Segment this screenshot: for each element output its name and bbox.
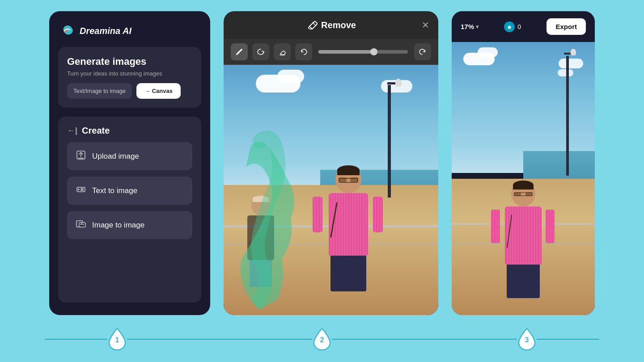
svg-rect-8 [79,223,85,227]
remove-title-wrap: Remove [306,18,356,32]
text-image-button[interactable]: Text/Image to image [67,83,132,99]
eraser-tool-button[interactable] [274,43,291,60]
panel-remove: Remove ✕ [224,11,438,315]
dreamina-logo-icon [61,24,75,38]
brush-tool-button[interactable] [231,43,248,60]
generate-buttons: Text/Image to image → Canvas [67,83,192,99]
main-container: Dreamina AI Generate images Turn your id… [0,0,644,362]
step-1-number: 1 [115,336,119,344]
step-3: 3 [517,328,537,351]
step-3-number: 3 [525,336,529,344]
zoom-chevron-icon: ▾ [476,24,479,30]
canvas-button[interactable]: → Canvas [136,83,181,99]
credits-count: 0 [517,23,521,30]
svg-point-9 [80,223,81,224]
credits-badge: 0 [504,21,521,32]
image-to-image-label: Image to image [92,221,144,230]
upload-image-label: Upload image [92,152,139,161]
redo-tool-button[interactable] [414,43,431,60]
logo-text: Dreamina AI [80,26,131,36]
brush-size-slider[interactable] [318,50,408,54]
step-line-2-3 [332,339,517,340]
remove-canvas-area[interactable] [224,65,438,315]
create-label: Create [82,126,110,136]
close-button[interactable]: ✕ [422,20,429,30]
generate-subtitle: Turn your ideas into stunning images [67,70,192,77]
result-image-area [452,42,595,315]
step-2-number: 2 [320,336,324,344]
steps-row: 1 2 3 [18,328,626,351]
svg-line-10 [313,22,315,25]
remove-header: Remove ✕ [224,11,438,39]
upload-icon [76,150,86,162]
zoom-control[interactable]: 17% ▾ [461,23,479,30]
logo-area: Dreamina AI [58,24,201,38]
image-to-image-item[interactable]: Image to image [67,211,192,239]
zoom-level: 17% [461,23,474,30]
remove-title: Remove [321,20,356,30]
step-line-1-2 [127,339,312,340]
tools-bar [224,39,438,65]
result-header: 17% ▾ 0 Export [452,11,595,42]
lasso-tool-button[interactable] [252,43,269,60]
generate-card: Generate images Turn your ideas into stu… [58,47,201,108]
text-image-icon [76,185,86,197]
step-line-before-1 [45,339,107,340]
panel-result: 17% ▾ 0 Export [452,11,595,315]
generate-title: Generate images [67,56,192,67]
step-1: 1 [107,328,127,351]
upload-image-item[interactable]: Upload image [67,142,192,170]
step-2: 2 [312,328,332,351]
eraser-icon [306,18,318,32]
panels-row: Dreamina AI Generate images Turn your id… [49,11,595,315]
credits-icon [504,21,515,32]
step-line-after-3 [537,339,599,340]
img-img-icon [76,219,86,231]
panel-sidebar: Dreamina AI Generate images Turn your id… [49,11,210,315]
text-to-image-label: Text to image [92,186,137,195]
text-to-image-item[interactable]: Text to image [67,177,192,205]
create-header: ←| Create [67,126,192,136]
back-icon: ←| [67,126,77,135]
create-section: ←| Create Upload image [58,117,201,303]
undo-tool-button[interactable] [295,43,312,60]
export-button[interactable]: Export [547,18,586,35]
